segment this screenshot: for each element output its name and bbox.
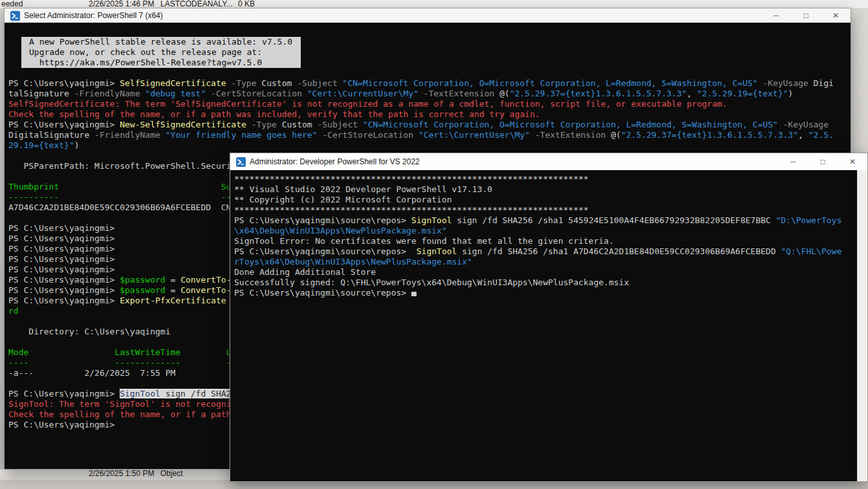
terminal-line: Successfully signed: Q:\FHL\PowerToys\x6…	[234, 277, 856, 288]
terminal-line: talSignature -FriendlyName "debug test" …	[8, 89, 851, 99]
scrollbar[interactable]	[857, 170, 867, 481]
terminal-line: ** Copyright (c) 2022 Microsoft Corporat…	[234, 195, 856, 205]
window-title: Select Administrator: PowerShell 7 (x64)	[24, 11, 761, 20]
window-title: Administrator: Developer PowerShell for …	[250, 157, 778, 166]
powershell-icon	[10, 11, 20, 21]
terminal-line: PS C:\Users\yaqingmi> New-SelfSignedCert…	[8, 120, 851, 130]
terminal-line: Check the spelling of the name, or if a …	[8, 109, 851, 120]
terminal-line: A new PowerShell stable release is avail…	[29, 37, 301, 47]
terminal-line: 29.19={text}")	[8, 140, 851, 151]
titlebar-developer-powershell[interactable]: Administrator: Developer PowerShell for …	[230, 153, 867, 170]
terminal-line: rToys\x64\Debug\WinUI3Apps\NewPlusPackag…	[234, 257, 856, 267]
terminal-line: ****************************************…	[234, 174, 856, 184]
titlebar-powershell-7[interactable]: Select Administrator: PowerShell 7 (x64)…	[5, 8, 851, 23]
window-controls: ─ □ ✕	[761, 8, 851, 23]
close-button[interactable]: ✕	[838, 153, 867, 170]
window-controls: ─ □ ✕	[778, 153, 867, 170]
file-type: Object	[160, 470, 183, 478]
terminal-line: PS C:\Users\yaqingmi\source\repos>	[234, 288, 856, 298]
terminal-line: DigitalSignature -FriendlyName "Your fri…	[8, 130, 851, 140]
powershell-upgrade-notice: A new PowerShell stable release is avail…	[21, 37, 301, 68]
terminal-line: PS C:\Users\yaqingmi> SelfSignedCertific…	[8, 78, 851, 89]
maximize-button[interactable]: □	[791, 8, 821, 23]
terminal-line: Done Adding Additional Store	[234, 267, 856, 277]
text-cursor	[411, 292, 417, 296]
terminal-lines: ****************************************…	[234, 174, 856, 298]
powershell-icon	[236, 157, 246, 167]
minimize-button[interactable]: ─	[761, 8, 791, 23]
close-button[interactable]: ✕	[821, 8, 851, 23]
terminal-line: PS C:\Users\yaqingmi\source\repos> SignT…	[234, 215, 856, 226]
terminal-line: \x64\Debug\WinUI3Apps\NewPlusPackage.msi…	[234, 226, 856, 236]
terminal-line: PS C:\Users\yaqingmi\source\repos> SignT…	[234, 246, 856, 257]
terminal-line: https://aka.ms/PowerShell-Release?tag=v7…	[29, 58, 301, 68]
window-developer-powershell-vs2022: Administrator: Developer PowerShell for …	[230, 153, 868, 482]
file-date-modified: 2/26/2025 1:50 PM	[89, 470, 154, 478]
terminal-line: SelfSignedCertificate: The term 'SelfSig…	[8, 99, 851, 109]
terminal-line: ****************************************…	[234, 205, 856, 215]
maximize-button[interactable]: □	[808, 153, 838, 170]
terminal-line: ** Visual Studio 2022 Developer PowerShe…	[234, 184, 856, 195]
terminal-output[interactable]: ****************************************…	[230, 170, 867, 481]
terminal-line: SignTool Error: No certificates were fou…	[234, 236, 856, 246]
terminal-line: Upgrade now, or check out the release pa…	[29, 47, 301, 58]
minimize-button[interactable]: ─	[778, 153, 808, 170]
